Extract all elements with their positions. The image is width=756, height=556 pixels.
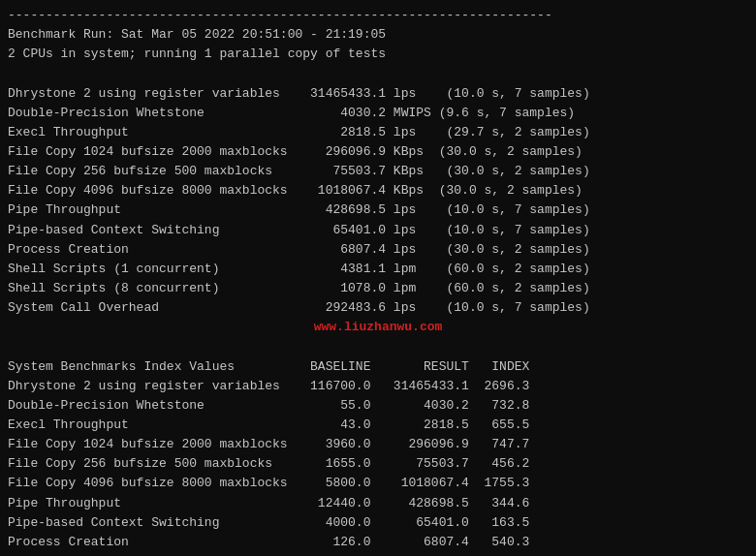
benchmark-row-3: File Copy 1024 bufsize 2000 maxblocks 29… bbox=[8, 142, 748, 162]
benchmark-row-9: Shell Scripts (1 concurrent) 4381.1 lpm … bbox=[8, 260, 748, 279]
header-line-2: 2 CPUs in system; running 1 parallel cop… bbox=[8, 45, 748, 64]
index-row-5: File Copy 4096 bufsize 8000 maxblocks 58… bbox=[8, 474, 748, 493]
benchmark-row-11: System Call Overhead 292483.6 lps (10.0 … bbox=[8, 298, 748, 318]
benchmark-row-1: Double-Precision Whetstone 4030.2 MWIPS … bbox=[8, 104, 748, 123]
index-row-9: Shell Scripts (1 concurrent) 42.4 4381.1… bbox=[8, 552, 748, 556]
blank-line-2 bbox=[8, 337, 748, 356]
index-row-7: Pipe-based Context Switching 4000.0 6540… bbox=[8, 513, 748, 533]
index-row-4: File Copy 256 bufsize 500 maxblocks 1655… bbox=[8, 454, 748, 474]
index-section: System Benchmarks Index Values BASELINE … bbox=[8, 357, 748, 556]
index-row-3: File Copy 1024 bufsize 2000 maxblocks 39… bbox=[8, 435, 748, 454]
index-row-0: Dhrystone 2 using register variables 116… bbox=[8, 377, 748, 396]
benchmark-row-6: Pipe Throughput 428698.5 lps (10.0 s, 7 … bbox=[8, 201, 748, 220]
benchmark-row-0: Dhrystone 2 using register variables 314… bbox=[8, 84, 748, 104]
divider-top: ----------------------------------------… bbox=[8, 6, 748, 25]
index-row-2: Execl Throughput 43.0 2818.5 655.5 bbox=[8, 416, 748, 435]
benchmark-row-10: Shell Scripts (8 concurrent) 1078.0 lpm … bbox=[8, 279, 748, 298]
index-header: System Benchmarks Index Values BASELINE … bbox=[8, 357, 748, 377]
benchmark-row-8: Process Creation 6807.4 lps (30.0 s, 2 s… bbox=[8, 240, 748, 260]
benchmark-row-4: File Copy 256 bufsize 500 maxblocks 7550… bbox=[8, 162, 748, 181]
watermark: www.liuzhanwu.com bbox=[8, 318, 748, 337]
benchmark-list: Dhrystone 2 using register variables 314… bbox=[8, 84, 748, 319]
index-row-1: Double-Precision Whetstone 55.0 4030.2 7… bbox=[8, 396, 748, 416]
index-row-8: Process Creation 126.0 6807.4 540.3 bbox=[8, 533, 748, 552]
index-row-6: Pipe Throughput 12440.0 428698.5 344.6 bbox=[8, 494, 748, 513]
header-line-1: Benchmark Run: Sat Mar 05 2022 20:51:00 … bbox=[8, 25, 748, 45]
blank-line-1 bbox=[8, 64, 748, 83]
benchmark-row-7: Pipe-based Context Switching 65401.0 lps… bbox=[8, 221, 748, 240]
terminal: ----------------------------------------… bbox=[0, 0, 756, 556]
benchmark-row-2: Execl Throughput 2818.5 lps (29.7 s, 2 s… bbox=[8, 123, 748, 142]
benchmark-row-5: File Copy 4096 bufsize 8000 maxblocks 10… bbox=[8, 181, 748, 201]
